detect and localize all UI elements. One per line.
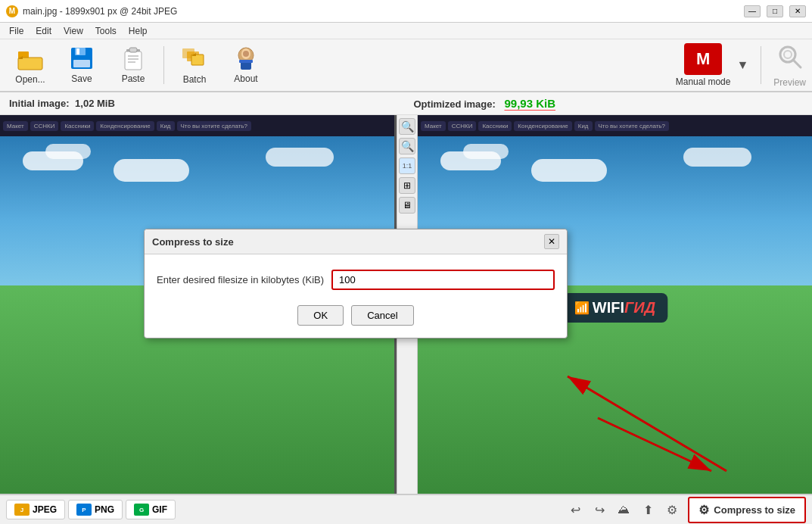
settings-button[interactable]: ⚙ bbox=[662, 500, 682, 519]
menu-bar: File Edit View Tools Help bbox=[0, 23, 812, 39]
png-format-button[interactable]: P PNG bbox=[68, 500, 123, 519]
redo-button[interactable]: ↪ bbox=[590, 500, 609, 519]
minimize-button[interactable]: — bbox=[744, 5, 761, 17]
cloud-r2 bbox=[463, 144, 509, 159]
preview-icon bbox=[776, 43, 804, 76]
top-banner: Макет ССНКИ Кассники Конденсирование Кид… bbox=[0, 115, 394, 136]
save-label: Save bbox=[71, 73, 92, 84]
title-bar-left: M main.jpg - 1899x901 px @ 24bit JPEG bbox=[6, 5, 177, 17]
svg-rect-9 bbox=[125, 51, 142, 70]
window-title: main.jpg - 1899x901 px @ 24bit JPEG bbox=[23, 6, 177, 17]
paste-icon bbox=[120, 46, 147, 72]
zoom-out-icon: 🔍 bbox=[401, 140, 414, 152]
jpeg-icon: J bbox=[14, 504, 30, 516]
wifi-logo-right: 📶 WIFIГИД bbox=[562, 293, 667, 323]
jpeg-format-button[interactable]: J JPEG bbox=[6, 500, 65, 519]
optimized-label: Optimized image: bbox=[414, 98, 496, 110]
banner-item-3: Кассники bbox=[61, 121, 94, 131]
ratio-button[interactable]: 1:1 bbox=[399, 158, 415, 174]
wifi-icon-right: 📶 bbox=[574, 301, 590, 315]
cloud-r4 bbox=[683, 148, 751, 167]
banner-item-6: Что вы хотите сделать? bbox=[177, 121, 251, 131]
svg-rect-13 bbox=[129, 48, 137, 52]
svg-rect-7 bbox=[76, 48, 79, 55]
dialog-ok-button[interactable]: OK bbox=[297, 305, 344, 326]
manual-mode-dropdown[interactable]: ▼ bbox=[736, 58, 748, 72]
zoom-in-icon: 🔍 bbox=[401, 120, 414, 133]
save-button[interactable]: Save bbox=[58, 42, 106, 88]
about-label: About bbox=[234, 73, 257, 84]
compress-icon: ⚙ bbox=[698, 503, 709, 517]
banner-item-4: Конденсирование bbox=[96, 121, 154, 131]
compare-button[interactable]: ⛰ bbox=[614, 500, 633, 519]
zoom-out-button[interactable]: 🔍 bbox=[399, 138, 415, 154]
menu-view[interactable]: View bbox=[58, 24, 89, 38]
cloud-4 bbox=[266, 148, 334, 167]
close-button[interactable]: ✕ bbox=[789, 5, 806, 17]
banner-item-5: Кид bbox=[157, 121, 175, 131]
window-controls: — □ ✕ bbox=[744, 5, 806, 17]
jpeg-label: JPEG bbox=[33, 504, 57, 515]
compress-label: Compress to size bbox=[714, 504, 795, 516]
top-banner-right: Макет ССНКИ Кассники Конденсирование Кид… bbox=[418, 115, 812, 136]
dialog-close-button[interactable]: ✕ bbox=[544, 234, 559, 249]
manual-mode-icon: M bbox=[684, 43, 722, 75]
svg-line-24 bbox=[793, 60, 801, 67]
dialog-input-row: Enter desired filesize in kilobytes (KiB… bbox=[157, 270, 555, 290]
svg-rect-22 bbox=[239, 60, 253, 63]
compress-to-size-button[interactable]: ⚙ Compress to size bbox=[688, 497, 806, 523]
bottom-right-controls: ↩ ↪ ⛰ ⬆ ⚙ bbox=[565, 500, 682, 519]
menu-file[interactable]: File bbox=[3, 24, 30, 38]
toolbar-separator-1 bbox=[163, 46, 164, 84]
cloud-2 bbox=[45, 144, 91, 159]
svg-rect-1 bbox=[18, 58, 42, 70]
zoom-in-button[interactable]: 🔍 bbox=[399, 118, 415, 135]
compress-dialog: Compress to size ✕ Enter desired filesiz… bbox=[144, 229, 568, 338]
menu-help[interactable]: Help bbox=[123, 24, 154, 38]
banner-item-2: ССНКИ bbox=[30, 121, 59, 131]
svg-point-25 bbox=[784, 51, 792, 58]
monitor-button[interactable]: 🖥 bbox=[399, 197, 415, 214]
optimized-value: 99,93 KiB bbox=[504, 97, 555, 110]
fit-button[interactable]: ⊞ bbox=[399, 177, 415, 194]
dialog-cancel-button[interactable]: Cancel bbox=[351, 305, 413, 326]
ratio-label: 1:1 bbox=[403, 162, 412, 170]
save-icon bbox=[68, 46, 95, 72]
initial-label: Initial image: bbox=[9, 98, 69, 109]
monitor-icon: 🖥 bbox=[403, 200, 412, 211]
cloud-r3 bbox=[531, 159, 607, 182]
about-button[interactable]: About bbox=[222, 42, 270, 88]
paste-button[interactable]: Paste bbox=[109, 42, 157, 88]
gif-icon: G bbox=[134, 504, 149, 516]
wifi-text-right: WIFIГИД bbox=[593, 299, 655, 317]
png-label: PNG bbox=[95, 504, 114, 515]
open-button[interactable]: Open... bbox=[6, 42, 54, 88]
app-icon: M bbox=[6, 5, 18, 17]
batch-label: Batch bbox=[183, 74, 207, 85]
dialog-buttons: OK Cancel bbox=[145, 305, 567, 338]
svg-rect-16 bbox=[191, 55, 204, 65]
menu-tools[interactable]: Tools bbox=[89, 24, 123, 38]
dialog-input-label: Enter desired filesize in kilobytes (KiB… bbox=[157, 274, 324, 285]
undo-button[interactable]: ↩ bbox=[565, 500, 585, 519]
filesize-input[interactable] bbox=[331, 270, 555, 290]
batch-button[interactable]: Batch bbox=[170, 42, 219, 88]
toolbar-separator-2 bbox=[761, 46, 761, 84]
upload-button[interactable]: ⬆ bbox=[638, 500, 658, 519]
preview-label: Preview bbox=[773, 77, 806, 88]
info-bar: Initial image: 1,02 MiB Optimized image:… bbox=[0, 92, 812, 115]
gif-format-button[interactable]: G GIF bbox=[126, 500, 176, 519]
preview-button[interactable]: Preview bbox=[773, 43, 806, 88]
dialog-title: Compress to size bbox=[152, 236, 234, 248]
manual-mode-label: Manual mode bbox=[676, 76, 731, 87]
manual-mode-button[interactable]: M Manual mode bbox=[676, 43, 731, 87]
batch-icon bbox=[181, 45, 208, 73]
toolbar-right: M Manual mode ▼ Preview bbox=[676, 43, 806, 88]
maximize-button[interactable]: □ bbox=[767, 5, 783, 17]
title-bar: M main.jpg - 1899x901 px @ 24bit JPEG — … bbox=[0, 0, 812, 23]
about-icon bbox=[232, 46, 260, 72]
menu-edit[interactable]: Edit bbox=[30, 24, 58, 38]
dialog-body: Enter desired filesize in kilobytes (KiB… bbox=[145, 254, 567, 305]
fit-icon: ⊞ bbox=[403, 180, 411, 191]
svg-point-20 bbox=[243, 51, 249, 57]
